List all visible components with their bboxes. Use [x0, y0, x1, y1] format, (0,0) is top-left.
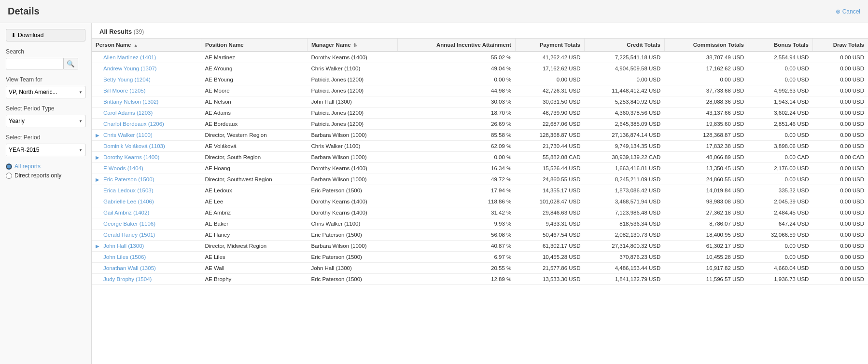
table-row: Brittany Nelson (1302) AE Nelson John Ha…: [92, 96, 868, 108]
table-row: George Baker (1106) AE Baker Chris Walke…: [92, 218, 868, 229]
person-name-link[interactable]: Eric Paterson (1500): [103, 176, 154, 182]
person-name-link[interactable]: Bill Moore (1205): [103, 88, 146, 94]
credit-totals-cell: 9,749,134.35 USD: [585, 141, 665, 152]
table-row: Charlot Bordeaux (1206) AE Bordeaux Patr…: [92, 119, 868, 130]
download-button[interactable]: ⬇ Download: [6, 29, 85, 41]
position-name-cell: AE Bordeaux: [201, 119, 307, 130]
person-name-link[interactable]: Allen Martinez (1401): [103, 54, 156, 60]
cancel-label: Cancel: [842, 8, 860, 15]
period-type-section: Select Period Type Yearly: [6, 105, 85, 127]
col-payment-totals[interactable]: Payment Totals: [515, 39, 584, 52]
manager-name-cell: Dorothy Kearns (1400): [307, 163, 397, 174]
position-name-cell: AE BYoung: [201, 74, 307, 85]
commission-totals-cell: 61,302.17 USD: [664, 241, 748, 252]
person-name-link[interactable]: Judy Brophy (1504): [103, 276, 152, 282]
table-row: John Liles (1506) AE Liles Eric Paterson…: [92, 252, 868, 263]
position-name-cell: AE Ambriz: [201, 207, 307, 218]
table-row: Carol Adams (1203) AE Adams Patricia Jon…: [92, 108, 868, 119]
expand-icon[interactable]: ▶: [96, 155, 101, 160]
person-name-link[interactable]: Gerald Haney (1501): [103, 232, 155, 238]
direct-reports-option[interactable]: Direct reports only: [6, 172, 85, 179]
credit-totals-cell: 1,841,122.79 USD: [585, 274, 665, 285]
view-team-dropdown-wrapper: VP, North Americ...: [6, 86, 85, 98]
person-name-link[interactable]: Dorothy Kearns (1400): [103, 154, 159, 160]
person-name-link[interactable]: Carol Adams (1203): [103, 110, 153, 116]
person-name-link[interactable]: Chris Walker (1100): [103, 132, 153, 138]
col-person-name[interactable]: Person Name ▲: [92, 39, 201, 52]
person-name-link[interactable]: John Liles (1506): [103, 254, 146, 260]
payment-totals-cell: 0.00 USD: [515, 74, 584, 85]
commission-totals-cell: 38,707.49 USD: [664, 52, 748, 63]
view-team-select[interactable]: VP, North Americ...: [6, 86, 85, 98]
col-draw-totals[interactable]: Draw Totals: [812, 39, 868, 52]
annual-incentive-cell: 49.04 %: [398, 63, 515, 74]
person-name-cell: Allen Martinez (1401): [92, 52, 201, 63]
bonus-totals-cell: 3,898.06 USD: [748, 141, 812, 152]
commission-totals-cell: 98,983.08 USD: [664, 196, 748, 207]
payment-totals-cell: 24,860.55 USD: [515, 174, 584, 185]
person-name-link[interactable]: Jonathan Wall (1305): [103, 265, 156, 271]
annual-incentive-cell: 62.09 %: [398, 141, 515, 152]
search-row: 🔍: [6, 58, 85, 69]
all-reports-option[interactable]: All reports: [6, 163, 85, 170]
col-commission-totals[interactable]: Commission Totals: [664, 39, 748, 52]
credit-totals-cell: 4,904,509.58 USD: [585, 63, 665, 74]
payment-totals-cell: 101,028.47 USD: [515, 196, 584, 207]
person-name-link[interactable]: Gail Ambriz (1402): [103, 210, 149, 216]
person-name-link[interactable]: John Hall (1300): [103, 243, 144, 249]
cancel-button[interactable]: ⊗ Cancel: [836, 8, 860, 15]
period-select[interactable]: YEAR-2015: [6, 144, 85, 156]
search-input[interactable]: [6, 58, 64, 69]
person-name-link[interactable]: E Woods (1404): [103, 165, 143, 171]
person-name-link[interactable]: Dominik Voláková (1103): [103, 143, 165, 149]
commission-totals-cell: 37,733.68 USD: [664, 85, 748, 96]
draw-totals-cell: 0.00 USD: [812, 196, 868, 207]
commission-totals-cell: 43,137.66 USD: [664, 108, 748, 119]
commission-totals-cell: 17,162.62 USD: [664, 63, 748, 74]
col-position-name[interactable]: Position Name: [201, 39, 307, 52]
expand-icon[interactable]: ▶: [96, 177, 101, 182]
all-reports-radio[interactable]: [6, 163, 12, 170]
expand-icon[interactable]: ▶: [96, 243, 101, 249]
search-button[interactable]: 🔍: [64, 58, 78, 69]
expand-icon[interactable]: ▶: [96, 133, 101, 138]
payment-totals-cell: 10,455.28 USD: [515, 252, 584, 263]
draw-totals-cell: 0.00 USD: [812, 85, 868, 96]
col-manager-name[interactable]: Manager Name ⇅: [307, 39, 397, 52]
person-name-link[interactable]: Erica Ledoux (1503): [103, 188, 154, 193]
draw-totals-cell: 0.00 USD: [812, 207, 868, 218]
draw-totals-cell: 0.00 USD: [812, 130, 868, 141]
col-bonus-totals[interactable]: Bonus Totals: [748, 39, 812, 52]
draw-totals-cell: 0.00 USD: [812, 141, 868, 152]
col-annual-incentive[interactable]: Annual Incentive Attainment: [398, 39, 515, 52]
person-name-cell: ▶ Eric Paterson (1500): [92, 174, 201, 185]
person-name-link[interactable]: Brittany Nelson (1302): [103, 99, 158, 105]
credit-totals-cell: 7,225,541.18 USD: [585, 52, 665, 63]
period-dropdown-wrapper: YEAR-2015: [6, 144, 85, 156]
results-header: All Results (39): [92, 23, 868, 39]
person-name-link[interactable]: Andrew Young (1307): [103, 66, 157, 71]
col-credit-totals[interactable]: Credit Totals: [585, 39, 665, 52]
commission-totals-cell: 27,362.18 USD: [664, 207, 748, 218]
person-name-link[interactable]: George Baker (1106): [103, 221, 155, 227]
manager-name-cell: Patricia Jones (1200): [307, 108, 397, 119]
bonus-totals-cell: 335.32 USD: [748, 185, 812, 196]
person-name-link[interactable]: Betty Young (1204): [103, 77, 151, 82]
table-row: Betty Young (1204) AE BYoung Patricia Jo…: [92, 74, 868, 85]
annual-incentive-cell: 40.87 %: [398, 241, 515, 252]
direct-reports-radio[interactable]: [6, 173, 12, 179]
commission-totals-cell: 16,917.82 USD: [664, 263, 748, 274]
payment-totals-cell: 50,467.54 USD: [515, 229, 584, 241]
annual-incentive-cell: 18.70 %: [398, 108, 515, 119]
table-header-row: Person Name ▲ Position Name Manager Name…: [92, 39, 868, 52]
period-label: Select Period: [6, 134, 85, 141]
all-reports-label: All reports: [14, 163, 41, 170]
person-name-link[interactable]: Charlot Bordeaux (1206): [103, 121, 164, 127]
position-name-cell: AE Voláková: [201, 141, 307, 152]
bonus-totals-cell: 1,943.14 USD: [748, 96, 812, 108]
period-type-select[interactable]: Yearly: [6, 115, 85, 127]
payment-totals-cell: 22,687.06 USD: [515, 119, 584, 130]
person-name-cell: John Liles (1506): [92, 252, 201, 263]
person-name-link[interactable]: Gabrielle Lee (1406): [103, 199, 154, 204]
credit-totals-cell: 27,314,800.32 USD: [585, 241, 665, 252]
